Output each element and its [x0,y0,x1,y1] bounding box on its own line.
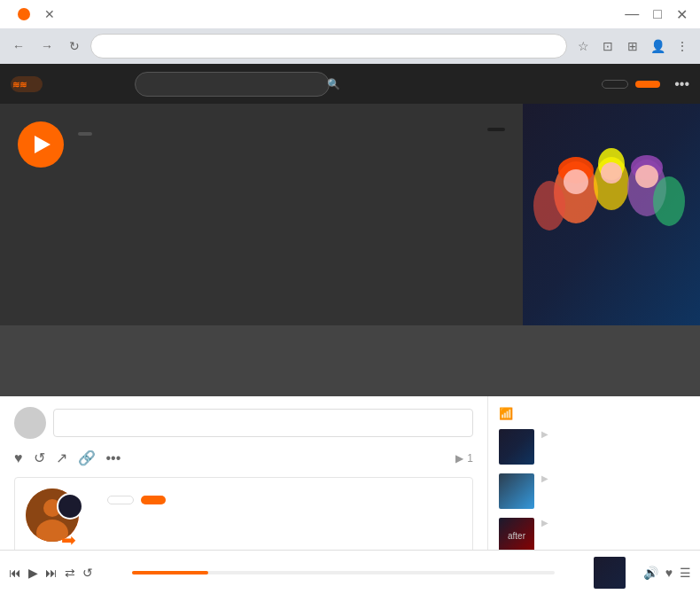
play-triangle-3: ▶ [541,518,548,528]
heart-button[interactable]: ♥ [665,566,673,580]
follow-text [107,488,462,504]
volume-button[interactable]: 🔊 [643,566,658,580]
soundcloud-logo-icon: ≋≋ [11,76,43,92]
forward-button[interactable]: → [35,35,58,57]
extension-icon[interactable]: ⊞ [622,35,643,57]
browser-chrome: ✕ — □ ✕ ← → ↻ ☆ ⊡ ⊞ 👤 ⋮ [0,0,700,64]
create-account-button[interactable] [635,81,660,88]
related-header: 📶 [499,407,689,420]
user-avatar-comment [14,407,46,439]
related-thumb-1 [499,429,534,465]
progress-fill [132,571,208,574]
related-info-2: ▶ [541,473,689,483]
play-triangle-2: ▶ [541,473,548,483]
more-button[interactable]: ••• [106,450,121,466]
nav-home[interactable] [62,64,83,104]
related-track-1: ▶ [499,429,689,465]
address-bar: ← → ↻ ☆ ⊡ ⊞ 👤 ⋮ [0,28,700,64]
minimize-button[interactable]: — [619,6,644,22]
hero-image [523,104,700,325]
close-button[interactable]: ✕ [671,6,693,23]
related-play-2: ▶ [541,473,689,483]
comment-input[interactable] [53,409,473,437]
back-button[interactable]: ← [7,35,30,57]
hero-left [0,104,523,325]
follow-actions [107,496,462,504]
player-thumbnail [594,557,626,589]
related-thumb-2 [499,473,534,509]
play-icon: ▶ [455,452,463,465]
related-title: 📶 [499,407,517,420]
related-info-3: ▶ [541,518,689,528]
menu-icon[interactable]: ⋮ [672,35,693,57]
link-button[interactable]: 🔗 [78,449,96,466]
svg-point-11 [564,169,588,194]
cast-icon[interactable]: ⊡ [597,35,618,57]
like-button[interactable]: ♥ [14,450,23,466]
player-play-button[interactable]: ▶ [28,566,38,580]
play-count: ▶ 1 [455,452,473,465]
hero-tag[interactable] [487,128,505,131]
related-track-2: ▶ [499,473,689,509]
player-right-buttons: 🔊 ♥ ☰ [643,566,691,580]
bookmark-icon[interactable]: ☆ [572,35,594,57]
soundcloud-logo[interactable]: ≋≋ [11,76,48,92]
repeat-button[interactable]: ↺ [82,566,93,580]
search-wrapper: 🔍 [135,72,593,97]
progress-bar[interactable] [132,571,555,574]
prev-button[interactable]: ⏮ [9,566,21,580]
hero-section [0,104,700,325]
hero-artwork [523,104,700,325]
next-button[interactable]: ⏭ [45,566,58,580]
follow-create-button[interactable] [141,496,166,504]
related-thumb-3: after [499,518,534,553]
playlist-button[interactable]: ☰ [680,566,691,580]
signin-button[interactable] [602,80,628,89]
svg-point-12 [601,162,622,184]
related-track-3: after ▶ [499,518,689,553]
bottom-player: ⏮ ▶ ⏭ ⇄ ↺ 🔊 ♥ ☰ [0,550,700,594]
follow-signin-button[interactable] [107,496,134,504]
soundcloud-navbar: ≋≋ 🔍 ••• [0,64,700,104]
related-info-1: ▶ [541,429,689,439]
maximize-button[interactable]: □ [648,6,667,22]
window-controls: — □ ✕ [619,6,693,23]
shuffle-button[interactable]: ⇄ [65,566,75,580]
follow-avatars: ➡ [26,488,97,551]
comment-bar [14,407,473,439]
repost-button[interactable]: ↺ [34,449,45,466]
search-input[interactable] [135,72,330,97]
profile-icon[interactable]: 👤 [647,35,668,57]
nav-library[interactable] [105,64,126,104]
player-controls: ⏮ ▶ ⏭ ⇄ ↺ [9,566,93,580]
nav-feed[interactable] [83,64,105,104]
player-progress [102,571,585,574]
action-bar: ♥ ↺ ↗ 🔗 ••• ▶ 1 [14,449,473,466]
hero-artwork-svg [523,104,700,325]
search-container: 🔍 [135,72,347,97]
related-play-1: ▶ [541,429,689,439]
search-icon: 🔍 [327,78,340,90]
hero-play-button[interactable] [18,121,64,168]
related-play-3: ▶ [541,518,689,528]
thumb-text: after [508,531,525,541]
tab-close-button[interactable]: ✕ [44,7,55,21]
arrow-indicator: ➡ [61,529,76,551]
svg-point-13 [635,165,658,188]
svg-point-6 [533,181,565,231]
waveform-area: // Generate waveform bars inline const h… [0,325,700,396]
play-triangle-1: ▶ [541,429,548,439]
tab-favicon [18,8,30,20]
hero-meta [487,121,505,134]
active-tab[interactable]: ✕ [7,2,66,27]
hero-author[interactable] [78,132,92,136]
waveform-icon: 📶 [499,407,513,420]
follow-avatar-small [57,493,83,520]
waveform[interactable]: // Generate waveform bars inline const h… [50,334,650,387]
more-options-button[interactable]: ••• [674,76,689,92]
svg-point-7 [653,176,685,226]
svg-text:≋≋: ≋≋ [12,80,27,90]
share-button[interactable]: ↗ [56,449,67,466]
url-input[interactable] [90,34,567,59]
refresh-button[interactable]: ↻ [64,35,85,57]
